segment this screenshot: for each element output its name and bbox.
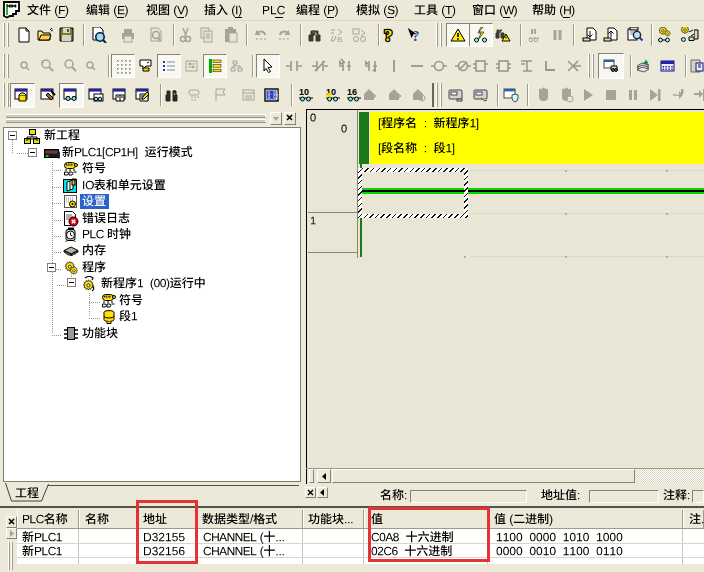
svg-text:10: 10 <box>299 87 309 97</box>
svg-text:?: ? <box>384 27 393 43</box>
svg-text:16: 16 <box>347 87 357 97</box>
svg-text:0.02: 0.02 <box>268 95 279 100</box>
svg-text:B: B <box>337 35 342 43</box>
